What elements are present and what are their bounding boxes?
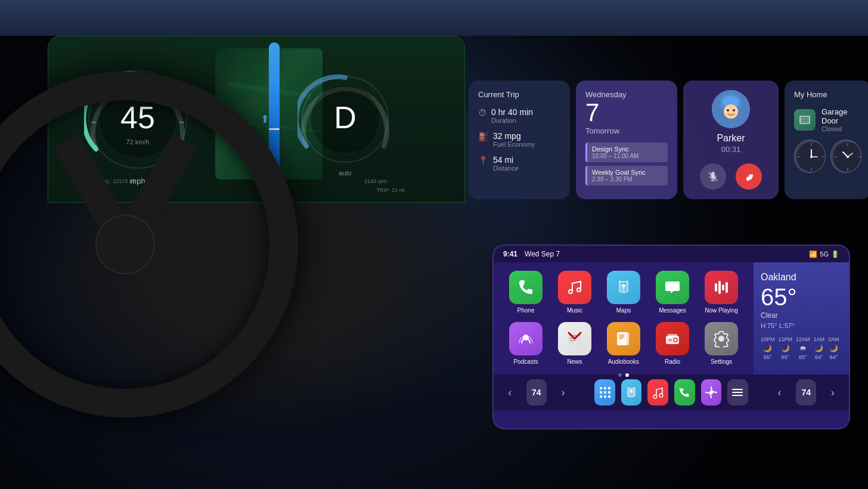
svg-point-20 bbox=[727, 109, 729, 112]
event-1-time: 10:00 – 11:00 AM bbox=[592, 153, 663, 159]
svg-rect-71 bbox=[732, 395, 743, 396]
app-radio[interactable]: Radio bbox=[651, 322, 694, 365]
nav-direction-arrow: ⬆ bbox=[261, 113, 269, 126]
trip-economy-label: Fuel Economy bbox=[493, 141, 535, 148]
calendar-panel: Wednesday 7 Tomorrow Design Sync 10:00 –… bbox=[576, 81, 677, 199]
call-duration: 00:31 bbox=[721, 145, 741, 154]
dock-menu-button[interactable] bbox=[727, 379, 748, 406]
garage-door-item[interactable]: Garage Door Closed bbox=[794, 107, 861, 132]
audiobooks-app-icon bbox=[607, 322, 640, 355]
clock-icon: ⏱ bbox=[478, 108, 486, 117]
svg-rect-44 bbox=[715, 283, 717, 292]
podcasts-app-icon bbox=[509, 322, 542, 355]
svg-rect-60 bbox=[608, 387, 610, 389]
app-messages[interactable]: Messages bbox=[651, 271, 694, 314]
svg-rect-53 bbox=[668, 334, 677, 337]
trip-panel-title: Current Trip bbox=[478, 90, 560, 99]
phone-app-icon bbox=[509, 271, 542, 304]
hour-0-icon: 🌙 bbox=[763, 344, 772, 352]
status-bar: 9:41 Wed Sep 7 📶 5G 🔋 bbox=[494, 246, 849, 262]
apps-row-2: Podcasts News bbox=[500, 322, 748, 365]
page-dot-1[interactable] bbox=[618, 373, 622, 377]
dock-back-button[interactable]: ‹ bbox=[500, 379, 520, 406]
dock-forward-button[interactable]: › bbox=[553, 379, 574, 406]
info-panels-container: Current Trip ⏱ 0 hr 40 min Duration ⛽ 32… bbox=[469, 81, 850, 199]
dock-volume-left[interactable]: 74 bbox=[526, 379, 547, 406]
app-music[interactable]: Music bbox=[553, 271, 596, 314]
svg-rect-63 bbox=[608, 391, 610, 394]
svg-rect-58 bbox=[600, 387, 602, 389]
trip-duration-value: 0 hr 40 min bbox=[491, 107, 533, 117]
signal-icon: 5G bbox=[820, 250, 829, 258]
messages-app-icon bbox=[656, 271, 689, 304]
caller-avatar bbox=[712, 90, 750, 128]
svg-point-21 bbox=[733, 109, 735, 112]
calendar-tomorrow-label: Tomorrow bbox=[585, 126, 668, 135]
svg-point-55 bbox=[674, 339, 677, 341]
status-time: 9:41 bbox=[503, 250, 517, 258]
mute-button[interactable] bbox=[700, 163, 726, 190]
garage-door-status: Closed bbox=[822, 125, 861, 132]
calendar-event-2[interactable]: Weekly Goal Sync 2:30 – 3:30 PM bbox=[585, 166, 668, 185]
app-settings[interactable]: Settings bbox=[700, 322, 743, 365]
news-app-label: News bbox=[567, 358, 582, 365]
weather-hourly-forecast: 10PM 🌙 65° 11PM 🌙 65° 12AM 🌧 65° 1AM 🌙 bbox=[761, 336, 842, 360]
audiobooks-app-label: Audiobooks bbox=[608, 358, 639, 365]
event-2-time: 2:30 – 3:30 PM bbox=[592, 176, 663, 182]
trip-duration-item: ⏱ 0 hr 40 min Duration bbox=[478, 107, 560, 124]
battery-icon: 🔋 bbox=[831, 250, 839, 258]
app-phone[interactable]: Phone bbox=[504, 271, 547, 314]
distance-icon: 📍 bbox=[478, 156, 488, 165]
svg-rect-62 bbox=[604, 391, 606, 394]
clock-widget-2 bbox=[830, 140, 862, 173]
svg-point-19 bbox=[724, 104, 738, 119]
svg-point-43 bbox=[622, 284, 625, 287]
hour-3-icon: 🌙 bbox=[814, 344, 823, 352]
app-maps[interactable]: Maps bbox=[602, 271, 645, 314]
carplay-screen: 9:41 Wed Sep 7 📶 5G 🔋 Phone bbox=[492, 244, 850, 429]
dashboard-strip bbox=[0, 0, 868, 36]
hour-4-icon: 🌙 bbox=[829, 344, 838, 352]
dock-forward-button-2[interactable]: › bbox=[822, 379, 843, 406]
svg-rect-64 bbox=[600, 395, 602, 398]
event-1-name: Design Sync bbox=[592, 146, 663, 153]
dock-back-button-2[interactable]: ‹ bbox=[769, 379, 790, 406]
music-app-icon bbox=[558, 271, 591, 304]
app-nowplaying[interactable]: Now Playing bbox=[700, 271, 743, 314]
dock-app-phone[interactable] bbox=[674, 379, 695, 406]
calendar-date: 7 bbox=[585, 100, 668, 125]
page-dot-2[interactable] bbox=[625, 373, 629, 377]
dock-app-music[interactable] bbox=[647, 379, 668, 406]
app-main-area: Phone Music Ma bbox=[494, 262, 754, 375]
svg-point-67 bbox=[630, 390, 633, 393]
app-podcasts[interactable]: Podcasts bbox=[504, 322, 547, 365]
garage-door-name: Garage Door bbox=[822, 107, 861, 125]
dock-volume-right[interactable]: 74 bbox=[796, 379, 817, 406]
dock-app-maps[interactable] bbox=[621, 379, 642, 406]
weather-panel: Oakland 65° Clear H:75° L:57° 10PM 🌙 65°… bbox=[754, 262, 849, 375]
maps-app-icon bbox=[607, 271, 640, 304]
page-indicator bbox=[500, 373, 748, 377]
trip-display: TRIP: 21 mi bbox=[376, 187, 405, 193]
app-audiobooks[interactable]: Audiobooks bbox=[602, 322, 645, 365]
end-call-button[interactable] bbox=[736, 163, 762, 190]
gear-label: auto bbox=[297, 169, 393, 177]
hour-4-time: 2AM bbox=[828, 336, 839, 342]
weather-low: L:57° bbox=[779, 322, 795, 329]
trip-economy-value: 32 mpg bbox=[493, 131, 535, 141]
wifi-icon: 📶 bbox=[809, 250, 817, 258]
music-app-label: Music bbox=[567, 307, 582, 314]
status-date: Wed Sep 7 bbox=[525, 250, 560, 258]
radio-app-icon bbox=[656, 322, 689, 355]
app-news[interactable]: News bbox=[553, 322, 596, 365]
dock-app-grid[interactable] bbox=[594, 379, 615, 406]
hour-1-time: 11PM bbox=[779, 336, 793, 342]
calendar-event-1[interactable]: Design Sync 10:00 – 11:00 AM bbox=[585, 143, 668, 162]
weather-high: H:75° bbox=[761, 322, 777, 329]
clock-widget-1 bbox=[794, 140, 826, 173]
trip-distance-item: 📍 54 mi Distance bbox=[478, 155, 560, 172]
gear-display: D bbox=[334, 100, 356, 135]
hour-1-temp: 65° bbox=[781, 354, 789, 360]
dock-app-fan[interactable] bbox=[701, 379, 722, 406]
svg-point-34 bbox=[810, 156, 813, 158]
